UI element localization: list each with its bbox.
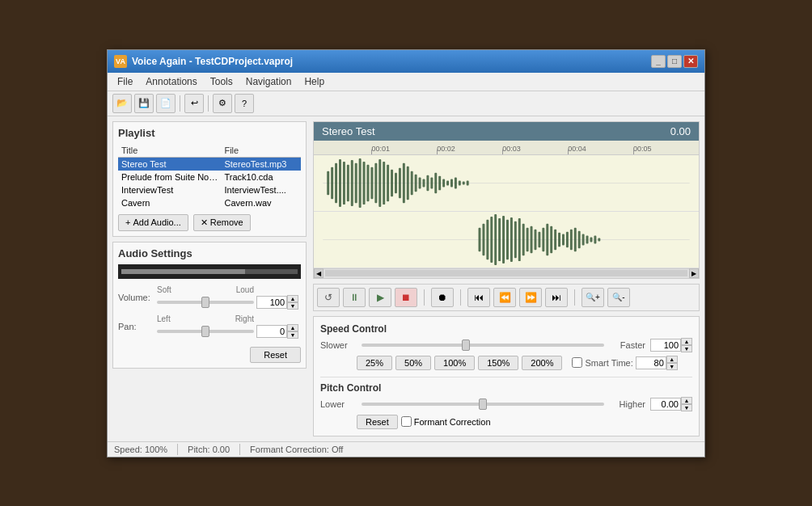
smart-time-up-btn[interactable]: ▲: [666, 356, 678, 363]
svg-rect-45: [498, 217, 501, 260]
audio-reset-button[interactable]: Reset: [250, 347, 301, 363]
scroll-right-arrow[interactable]: ▶: [689, 268, 699, 278]
pan-slider-container: Left Right ▲ ▼: [157, 314, 298, 339]
zoom-in-button[interactable]: 🔍+: [582, 288, 604, 307]
volume-down-btn[interactable]: ▼: [287, 302, 298, 310]
volume-input[interactable]: [256, 296, 287, 309]
skip-start-button[interactable]: ⏮: [467, 288, 490, 307]
pitch-up-btn[interactable]: ▲: [681, 397, 692, 404]
toolbar-open[interactable]: 📂: [112, 94, 132, 113]
svg-rect-68: [590, 237, 593, 242]
svg-rect-47: [506, 219, 509, 259]
next-button[interactable]: ⏩: [519, 288, 542, 307]
table-row[interactable]: Stereo TestStereoTest.mp3: [118, 157, 301, 171]
eq-bar: [121, 269, 298, 274]
speed-100-btn[interactable]: 100%: [434, 356, 475, 370]
pan-row: Pan: Left Right ▲ ▼: [118, 314, 301, 339]
stop-button[interactable]: ⏹: [395, 288, 417, 307]
svg-rect-13: [370, 167, 373, 198]
transport-sep1: [424, 289, 425, 306]
pan-label: Pan:: [118, 322, 154, 331]
minimize-button[interactable]: _: [651, 55, 666, 68]
svg-rect-65: [578, 230, 581, 248]
speed-down-btn[interactable]: ▼: [681, 345, 692, 352]
speed-input[interactable]: [650, 339, 681, 352]
smart-time-input[interactable]: [636, 356, 666, 369]
smart-time-checkbox[interactable]: [572, 357, 582, 368]
pitch-input[interactable]: [650, 398, 681, 411]
speed-200-btn[interactable]: 200%: [522, 356, 562, 370]
speed-150-btn[interactable]: 150%: [478, 356, 518, 370]
waveform-display[interactable]: [314, 155, 699, 268]
pitch-reset-button[interactable]: Reset: [357, 415, 398, 429]
timeline-mark: 00:04: [568, 145, 586, 153]
svg-rect-31: [442, 179, 445, 187]
speed-slider[interactable]: [362, 344, 604, 347]
table-row[interactable]: InterviewTestInterviewTest....: [118, 183, 301, 196]
zoom-out-button[interactable]: 🔍-: [607, 288, 630, 307]
volume-up-btn[interactable]: ▲: [287, 295, 298, 302]
svg-rect-3: [331, 167, 333, 198]
remove-button[interactable]: ✕ Remove: [193, 214, 251, 231]
transport-bar: ↺ ⏸ ▶ ⏹ ⏺ ⏮ ⏪ ⏩ ⏭ 🔍+ 🔍-: [313, 284, 700, 311]
scroll-left-arrow[interactable]: ◀: [314, 268, 324, 278]
svg-rect-57: [546, 223, 548, 255]
svg-rect-64: [574, 227, 577, 251]
speed-50-btn[interactable]: 50%: [395, 356, 431, 370]
pan-input[interactable]: [256, 325, 287, 338]
svg-rect-7: [347, 164, 349, 200]
speed-25-btn[interactable]: 25%: [357, 356, 392, 370]
play-pause-button[interactable]: ⏸: [343, 288, 366, 307]
scroll-track[interactable]: [325, 270, 687, 276]
toolbar-save[interactable]: 💾: [134, 94, 154, 113]
menu-help[interactable]: Help: [298, 74, 331, 89]
skip-end-button[interactable]: ⏭: [545, 288, 568, 307]
maximize-button[interactable]: □: [667, 55, 682, 68]
playlist-controls: + Add Audio... ✕ Remove: [118, 214, 301, 231]
add-icon: +: [125, 217, 130, 227]
smart-time-down-btn[interactable]: ▼: [666, 363, 678, 370]
table-row[interactable]: CavernCavern.wav: [118, 196, 301, 209]
pan-slider[interactable]: [157, 330, 254, 333]
toolbar-undo[interactable]: ↩: [184, 94, 204, 113]
svg-rect-29: [434, 172, 437, 193]
right-panel: Stereo Test 0.00 00:0100:0200:0300:0400:…: [313, 121, 700, 436]
table-row[interactable]: Prelude from Suite No.1....Track10.cda: [118, 171, 301, 183]
menu-navigation[interactable]: Navigation: [239, 74, 298, 89]
svg-rect-15: [379, 158, 381, 206]
menu-tools[interactable]: Tools: [204, 74, 239, 89]
close-button[interactable]: ✕: [683, 55, 698, 68]
speed-spinner: ▲ ▼: [650, 338, 692, 352]
window-title: Voice Again - TestCDProject.vaproj: [132, 56, 293, 67]
svg-rect-52: [527, 227, 529, 251]
menu-annotations[interactable]: Annotations: [139, 74, 203, 89]
pan-down-btn[interactable]: ▼: [287, 331, 298, 339]
menu-file[interactable]: File: [111, 74, 139, 89]
timeline-mark: 00:02: [437, 145, 455, 153]
toolbar-saveas[interactable]: 📄: [156, 94, 176, 113]
add-audio-button[interactable]: + Add Audio...: [118, 214, 188, 231]
svg-rect-59: [554, 229, 556, 250]
toolbar-settings[interactable]: ⚙: [213, 94, 232, 113]
play-button[interactable]: ▶: [369, 288, 391, 307]
volume-slider[interactable]: [157, 301, 254, 304]
left-panel: Playlist Title File Stereo TestStereoTes…: [112, 121, 307, 436]
pitch-higher-label: Higher: [609, 399, 645, 409]
loop-button[interactable]: ↺: [317, 288, 340, 307]
svg-rect-43: [490, 216, 493, 262]
prev-button[interactable]: ⏪: [493, 288, 516, 307]
svg-rect-67: [586, 235, 589, 243]
row-file: StereoTest.mp3: [221, 157, 301, 171]
record-button[interactable]: ⏺: [431, 288, 454, 307]
pitch-slider[interactable]: [362, 403, 604, 406]
waveform-scrollbar[interactable]: ◀ ▶: [314, 268, 699, 278]
pan-up-btn[interactable]: ▲: [287, 324, 298, 331]
volume-slider-wrap: ▲ ▼: [157, 295, 298, 310]
playlist-title: Playlist: [118, 127, 301, 139]
toolbar-help[interactable]: ?: [235, 94, 254, 113]
formant-checkbox[interactable]: [401, 416, 412, 427]
pitch-down-btn[interactable]: ▼: [681, 404, 692, 411]
speed-up-btn[interactable]: ▲: [681, 338, 692, 345]
audio-settings-title: Audio Settings: [118, 247, 301, 259]
timeline-tick-mark: [502, 150, 503, 154]
